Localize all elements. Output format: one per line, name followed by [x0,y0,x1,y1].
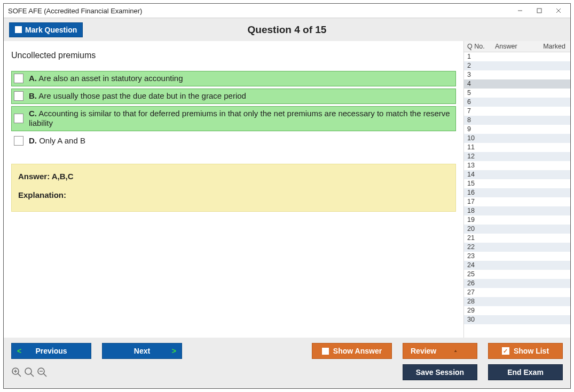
list-row[interactable]: 26 [464,279,570,288]
list-row[interactable]: 15 [464,179,570,188]
option-checkbox-icon[interactable] [14,114,23,123]
close-icon[interactable] [549,5,568,17]
zoom-in-icon[interactable] [11,367,22,378]
next-button[interactable]: Next [102,343,182,359]
svg-rect-1 [537,9,541,13]
svg-point-8 [25,368,32,374]
option-c[interactable]: C. Accounting is similar to that for def… [11,106,456,132]
list-header: Q No. Answer Marked [464,41,570,52]
footer: Previous Next Show Answer Review ✓ Show … [4,338,570,388]
option-label: D. Only A and B [29,136,85,146]
list-row[interactable]: 24 [464,261,570,270]
option-label: C. Accounting is similar to that for def… [29,109,453,129]
answer-header: Answer [485,43,538,50]
explanation-label: Explanation: [18,190,66,199]
save-session-button[interactable]: Save Session [403,364,477,380]
list-row[interactable]: 29 [464,306,570,315]
zoom-out-icon[interactable] [37,367,48,378]
question-stem: Uncollected premiums [11,51,456,60]
list-row[interactable]: 12 [464,152,570,161]
list-row[interactable]: 25 [464,270,570,279]
svg-line-9 [31,374,34,377]
list-row[interactable]: 14 [464,170,570,179]
show-answer-checkbox-icon [322,348,329,355]
list-row[interactable]: 18 [464,206,570,215]
show-list-button[interactable]: ✓ Show List [488,343,563,359]
question-list-panel: Q No. Answer Marked 12345678910111213141… [463,41,570,338]
option-a[interactable]: A. Are also an asset in statutory accoun… [11,71,456,86]
option-label: A. Are also an asset in statutory accoun… [29,74,183,84]
review-button[interactable]: Review [403,343,477,359]
list-row[interactable]: 3 [464,70,570,79]
option-checkbox-icon[interactable] [14,74,23,83]
list-row[interactable]: 23 [464,252,570,261]
answer-box: Answer: A,B,C Explanation: [11,164,456,212]
list-row[interactable]: 21 [464,234,570,243]
list-row[interactable]: 30 [464,315,570,324]
mark-checkbox-icon [15,26,22,33]
list-row[interactable]: 10 [464,134,570,143]
show-answer-button[interactable]: Show Answer [312,343,392,359]
maximize-icon[interactable] [530,5,549,17]
window-title: SOFE AFE (Accredited Financial Examiner) [8,7,142,15]
option-checkbox-icon[interactable] [14,136,23,146]
topbar: Mark Question Question 4 of 15 [4,18,570,41]
list-row[interactable]: 1 [464,52,570,61]
list-row[interactable]: 4 [464,79,570,89]
list-row[interactable]: 9 [464,125,570,134]
list-row[interactable]: 16 [464,188,570,197]
list-row[interactable]: 8 [464,116,570,125]
qno-header: Q No. [464,43,485,50]
list-row[interactable]: 6 [464,98,570,107]
svg-line-11 [44,374,47,377]
option-checkbox-icon[interactable] [14,91,23,101]
list-rows[interactable]: 1234567891011121314151617181920212223242… [464,52,570,338]
list-row[interactable]: 20 [464,225,570,234]
zoom-icon[interactable] [24,367,35,378]
mark-label: Mark Question [25,26,77,34]
question-counter: Question 4 of 15 [248,24,327,36]
option-label: B. Are usually those past the due date b… [29,91,246,101]
end-exam-button[interactable]: End Exam [488,364,563,380]
list-row[interactable]: 22 [464,243,570,252]
mark-question-button[interactable]: Mark Question [9,22,83,37]
question-pane: Uncollected premiums A. Are also an asse… [4,41,463,338]
option-d[interactable]: D. Only A and B [11,133,456,149]
answer-line: Answer: A,B,C [18,172,449,181]
option-b[interactable]: B. Are usually those past the due date b… [11,89,456,104]
minimize-icon[interactable] [510,5,530,17]
checkmark-icon: ✓ [502,347,509,355]
list-row[interactable]: 2 [464,61,570,70]
marked-header: Marked [538,43,570,50]
list-row[interactable]: 7 [464,107,570,116]
app-window: SOFE AFE (Accredited Financial Examiner)… [3,3,571,389]
previous-button[interactable]: Previous [11,343,91,359]
list-row[interactable]: 27 [464,288,570,297]
list-row[interactable]: 19 [464,215,570,225]
list-row[interactable]: 28 [464,297,570,306]
list-row[interactable]: 5 [464,89,570,98]
titlebar: SOFE AFE (Accredited Financial Examiner) [4,4,570,18]
list-row[interactable]: 11 [464,143,570,152]
svg-line-5 [18,374,21,377]
list-row[interactable]: 17 [464,197,570,206]
list-row[interactable]: 13 [464,161,570,170]
